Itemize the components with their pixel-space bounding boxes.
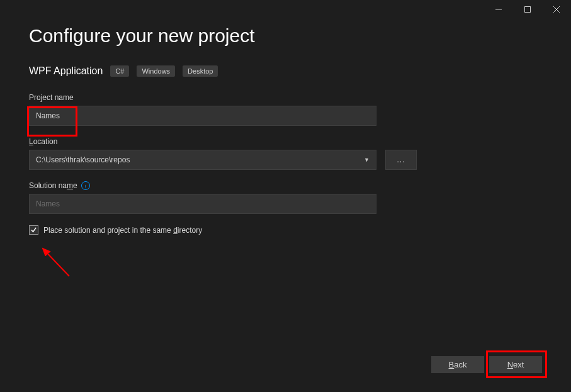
close-button[interactable] [542, 0, 571, 19]
location-combo[interactable]: C:\Users\thrak\source\repos ▼ [29, 150, 376, 170]
same-directory-label: Place solution and project in the same d… [43, 226, 202, 235]
svg-rect-1 [525, 7, 531, 13]
back-button[interactable]: Back [431, 356, 484, 373]
template-name: WPF Application [29, 65, 103, 77]
annotation-arrow [39, 246, 77, 284]
close-icon [553, 6, 560, 13]
solution-name-label: Solution name i [29, 181, 542, 190]
window-titlebar [484, 0, 571, 19]
next-button[interactable]: Next [489, 356, 542, 373]
location-label: Location [29, 137, 542, 146]
chevron-down-icon: ▼ [364, 157, 370, 163]
location-value: C:\Users\thrak\source\repos [36, 155, 130, 164]
minimize-button[interactable] [484, 0, 513, 19]
tag-csharp: C# [110, 65, 129, 77]
svg-line-5 [43, 249, 69, 276]
template-row: WPF Application C# Windows Desktop [29, 65, 542, 77]
tag-desktop: Desktop [183, 65, 218, 77]
minimize-icon [495, 6, 502, 13]
project-name-input[interactable] [29, 106, 376, 126]
page-title: Configure your new project [29, 25, 542, 47]
maximize-button[interactable] [513, 0, 542, 19]
maximize-icon [524, 6, 531, 13]
solution-name-input[interactable] [29, 194, 376, 214]
project-name-label: Project name [29, 93, 542, 102]
info-icon[interactable]: i [81, 181, 90, 190]
same-directory-checkbox[interactable] [29, 225, 38, 235]
tag-windows: Windows [137, 65, 175, 77]
browse-button[interactable]: ... [385, 150, 417, 170]
footer-buttons: Back Next [431, 356, 542, 373]
checkmark-icon [30, 227, 37, 233]
